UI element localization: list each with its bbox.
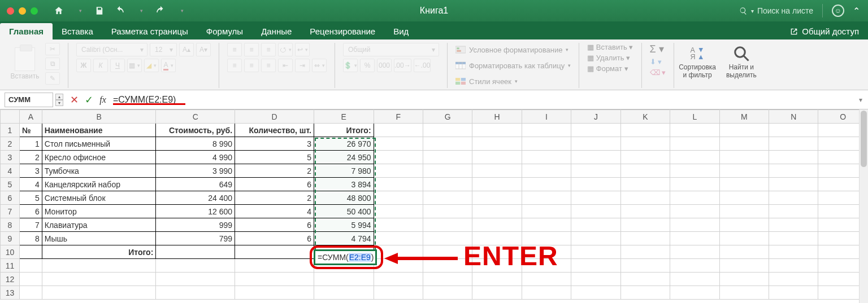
cell[interactable]: Мышь [42, 232, 156, 245]
cell[interactable] [719, 273, 769, 286]
cell[interactable] [769, 191, 818, 205]
cell[interactable]: 2 [235, 191, 314, 205]
cell[interactable]: 8 [19, 232, 42, 245]
cell[interactable] [472, 191, 522, 205]
undo-dropdown[interactable] [132, 2, 149, 19]
cell[interactable] [670, 286, 719, 300]
cell[interactable] [620, 205, 670, 218]
cell[interactable]: 26 970 [314, 137, 374, 151]
cell[interactable] [769, 259, 818, 273]
col-header[interactable]: G [423, 110, 472, 124]
cell[interactable]: 799 [156, 232, 235, 245]
cell[interactable] [314, 286, 374, 300]
format-painter-icon[interactable]: ✎ [45, 72, 60, 85]
cell[interactable] [235, 286, 314, 300]
cell[interactable] [472, 151, 522, 164]
col-header[interactable]: M [719, 110, 769, 124]
italic-button[interactable]: К [93, 59, 108, 72]
insert-cells[interactable]: ▦ Вставить ▾ [587, 43, 633, 51]
cell[interactable] [472, 124, 522, 137]
cell[interactable]: Количество, шт. [235, 124, 314, 137]
cell[interactable] [374, 273, 423, 286]
percent-icon[interactable]: % [360, 59, 375, 72]
cell[interactable] [374, 178, 423, 191]
cell[interactable] [374, 124, 423, 137]
format-as-table[interactable]: Форматировать как таблицу▾ [455, 59, 571, 72]
close-window[interactable] [7, 7, 14, 15]
cell[interactable] [620, 232, 670, 245]
increase-decimal-icon[interactable]: .00→ [394, 59, 411, 72]
name-box-stepper[interactable]: ▴▾ [55, 94, 63, 106]
row-header[interactable]: 2 [1, 137, 20, 151]
border-button[interactable]: ▦ [127, 59, 142, 72]
bold-button[interactable]: Ж [76, 59, 91, 72]
cell[interactable]: 1 [19, 137, 42, 151]
cell[interactable] [374, 205, 423, 218]
cell[interactable] [719, 164, 769, 178]
cell[interactable] [522, 286, 571, 300]
tab-formulas[interactable]: Формулы [197, 23, 252, 39]
wrap-text-icon[interactable]: ↩ [295, 43, 310, 56]
cell[interactable]: 3 990 [156, 164, 235, 178]
format-cells[interactable]: ▦ Формат ▾ [587, 64, 633, 73]
cell[interactable] [374, 151, 423, 164]
name-box[interactable]: СУММ [5, 93, 53, 107]
cell[interactable]: 2 [235, 164, 314, 178]
cell[interactable] [472, 164, 522, 178]
align-middle-icon[interactable]: ≡ [244, 43, 259, 56]
col-header[interactable]: I [522, 110, 571, 124]
cell[interactable] [620, 191, 670, 205]
cell[interactable] [769, 232, 818, 245]
cell[interactable] [769, 273, 818, 286]
cell[interactable]: 4 [235, 205, 314, 218]
row-header[interactable]: 8 [1, 218, 20, 232]
cell[interactable] [620, 259, 670, 273]
cell[interactable]: 50 400 [314, 205, 374, 218]
cell[interactable] [670, 273, 719, 286]
cell[interactable] [374, 259, 423, 273]
formula-bar-expand-icon[interactable]: ▾ [859, 96, 862, 104]
cell[interactable] [522, 164, 571, 178]
cell[interactable] [374, 191, 423, 205]
cell[interactable] [522, 205, 571, 218]
cell[interactable] [620, 273, 670, 286]
copy-icon[interactable]: ⧉ [45, 58, 60, 70]
cell[interactable] [374, 286, 423, 300]
cell[interactable] [423, 218, 472, 232]
cell-styles[interactable]: Стили ячеек▾ [455, 74, 571, 88]
cell[interactable]: 999 [156, 218, 235, 232]
cell[interactable] [522, 178, 571, 191]
col-header[interactable]: D [235, 110, 314, 124]
cell[interactable] [769, 137, 818, 151]
cell[interactable] [522, 191, 571, 205]
grow-font-icon[interactable]: A▴ [179, 43, 194, 56]
cell[interactable]: 24 400 [156, 191, 235, 205]
cell[interactable] [719, 286, 769, 300]
formula-input[interactable]: =СУММ(E2:E9) [110, 95, 859, 105]
cell[interactable] [374, 218, 423, 232]
cell[interactable]: 7 [19, 218, 42, 232]
cell[interactable]: № [19, 124, 42, 137]
number-format-select[interactable]: Общий▾ [343, 43, 439, 56]
cell[interactable]: Наименование [42, 124, 156, 137]
col-header[interactable]: J [571, 110, 620, 124]
cell[interactable]: 24 950 [314, 151, 374, 164]
cell[interactable] [423, 137, 472, 151]
cell[interactable]: 4 990 [156, 151, 235, 164]
scrollbar-thumb[interactable] [861, 111, 867, 167]
col-header[interactable]: N [769, 110, 818, 124]
cell[interactable] [769, 218, 818, 232]
row-header[interactable]: 1 [1, 124, 20, 137]
cell[interactable]: 2 [19, 151, 42, 164]
cell[interactable]: 3 [235, 137, 314, 151]
col-header[interactable]: L [670, 110, 719, 124]
cell[interactable] [374, 137, 423, 151]
autosum[interactable]: Σ ▾ [650, 43, 666, 55]
cell[interactable] [472, 218, 522, 232]
row-header[interactable]: 4 [1, 164, 20, 178]
row-header[interactable]: 12 [1, 273, 20, 286]
cell[interactable] [472, 286, 522, 300]
cell[interactable]: 5 [19, 191, 42, 205]
tab-layout[interactable]: Разметка страницы [102, 23, 197, 39]
cell[interactable] [719, 245, 769, 259]
